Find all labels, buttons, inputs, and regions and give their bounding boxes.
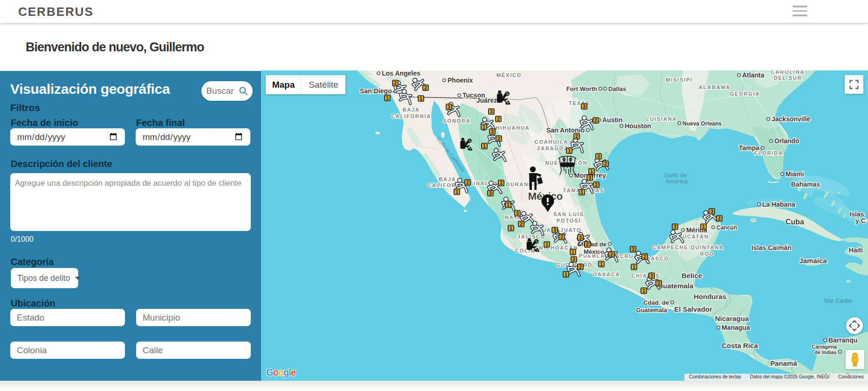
svg-text:COAHUILA D: COAHUILA D xyxy=(535,139,575,145)
svg-text:de Indias: de Indias xyxy=(814,349,837,355)
svg-text:2: 2 xyxy=(500,181,503,186)
svg-text:YUCATÁN: YUCATÁN xyxy=(678,234,709,239)
svg-text:MÉXICO: MÉXICO xyxy=(496,72,522,78)
svg-text:2: 2 xyxy=(610,252,613,257)
svg-text:Jamaica: Jamaica xyxy=(799,257,827,265)
svg-text:Cdad. de: Cdad. de xyxy=(643,299,669,306)
svg-text:Cartagena: Cartagena xyxy=(812,344,837,349)
svg-text:Nueva Orleans: Nueva Orleans xyxy=(682,120,722,127)
svg-text:ROO: ROO xyxy=(700,251,714,257)
svg-text:San Diego: San Diego xyxy=(360,87,392,95)
svg-text:3: 3 xyxy=(448,105,450,110)
svg-text:OAXACA: OAXACA xyxy=(593,272,620,277)
svg-text:Guatemala: Guatemala xyxy=(658,282,694,290)
svg-text:ALABAMA: ALABAMA xyxy=(699,84,730,90)
svg-text:JALISCO: JALISCO xyxy=(517,234,545,239)
svg-text:Austin: Austin xyxy=(602,116,623,124)
svg-text:1: 1 xyxy=(568,148,571,154)
svg-text:Mar Caribe: Mar Caribe xyxy=(824,298,852,304)
svg-text:América: América xyxy=(665,178,688,185)
svg-text:1: 1 xyxy=(642,288,645,293)
svg-text:3: 3 xyxy=(632,247,634,252)
svg-text:2: 2 xyxy=(594,118,597,123)
svg-text:2: 2 xyxy=(586,242,589,247)
svg-text:CHIAPAS: CHIAPAS xyxy=(631,273,660,279)
svg-text:2: 2 xyxy=(579,265,582,270)
svg-text:1: 1 xyxy=(386,96,389,101)
svg-text:BAJA: BAJA xyxy=(439,176,456,182)
svg-text:3: 3 xyxy=(583,104,586,109)
svg-text:BAJA: BAJA xyxy=(402,107,420,112)
svg-text:2: 2 xyxy=(595,182,598,188)
svg-text:SONORA: SONORA xyxy=(443,118,470,124)
svg-text:2: 2 xyxy=(718,216,721,221)
svg-text:2: 2 xyxy=(497,117,500,122)
svg-text:1: 1 xyxy=(572,250,574,255)
svg-text:Fort Worth: Fort Worth xyxy=(566,85,597,92)
svg-text:1: 1 xyxy=(702,224,705,230)
svg-text:GUANAJUATO: GUANAJUATO xyxy=(537,227,582,233)
svg-text:2: 2 xyxy=(575,134,578,139)
svg-text:Jacksonville: Jacksonville xyxy=(772,115,810,123)
svg-text:DURANGO: DURANGO xyxy=(506,182,538,187)
svg-text:1: 1 xyxy=(420,96,422,101)
svg-text:POTOSÍ: POTOSÍ xyxy=(557,218,581,223)
svg-text:MISISIPI: MISISIPI xyxy=(666,77,693,83)
svg-text:México: México xyxy=(584,248,604,255)
svg-text:1: 1 xyxy=(510,226,512,231)
svg-text:2: 2 xyxy=(497,136,500,141)
svg-text:CAROLINA: CAROLINA xyxy=(771,70,805,75)
svg-text:Atlanta: Atlanta xyxy=(742,71,765,79)
svg-text:2: 2 xyxy=(424,85,427,91)
svg-text:y C: y C xyxy=(855,217,866,224)
svg-text:DEL SUR: DEL SUR xyxy=(774,75,802,81)
svg-text:GEORGIA: GEORGIA xyxy=(730,91,760,97)
svg-text:1: 1 xyxy=(590,169,593,174)
svg-text:LUISIANA: LUISIANA xyxy=(646,116,677,122)
svg-text:Barranqu: Barranqu xyxy=(828,336,857,344)
svg-text:2: 2 xyxy=(657,281,660,286)
svg-text:3: 3 xyxy=(588,175,591,181)
svg-text:3: 3 xyxy=(579,235,582,240)
svg-text:1: 1 xyxy=(565,272,567,277)
svg-text:Panamá: Panamá xyxy=(770,359,797,367)
svg-text:Dallas: Dallas xyxy=(608,85,626,92)
svg-text:CAMPECHE: CAMPECHE xyxy=(652,244,688,250)
svg-text:Houston: Houston xyxy=(625,122,651,130)
svg-text:2: 2 xyxy=(604,161,607,167)
svg-text:1: 1 xyxy=(545,242,548,247)
svg-text:CALIFORNIA: CALIFORNIA xyxy=(391,113,431,119)
svg-text:Costa Rica: Costa Rica xyxy=(722,342,758,349)
svg-text:3: 3 xyxy=(490,109,493,114)
svg-text:Nicaragua: Nicaragua xyxy=(715,314,749,322)
svg-text:Islas Caimán: Islas Caimán xyxy=(751,244,792,251)
svg-text:Honduras: Honduras xyxy=(694,293,726,300)
svg-text:3: 3 xyxy=(650,273,653,279)
svg-text:Tampa: Tampa xyxy=(739,144,759,152)
svg-text:3: 3 xyxy=(674,224,676,230)
svg-text:3: 3 xyxy=(489,191,492,196)
svg-text:SAN LUIS: SAN LUIS xyxy=(553,211,584,217)
svg-text:2: 2 xyxy=(394,81,397,86)
svg-text:Cuba: Cuba xyxy=(785,218,804,226)
svg-text:Juárez: Juárez xyxy=(476,97,497,104)
svg-text:1: 1 xyxy=(600,262,603,267)
svg-text:2: 2 xyxy=(643,254,646,259)
svg-text:Guatemala: Guatemala xyxy=(636,307,668,314)
svg-text:1: 1 xyxy=(580,190,583,195)
svg-text:3: 3 xyxy=(516,211,519,216)
svg-text:1: 1 xyxy=(455,189,458,195)
svg-text:2: 2 xyxy=(520,222,523,227)
svg-text:Cancún: Cancún xyxy=(716,224,737,231)
svg-text:3: 3 xyxy=(597,154,600,159)
svg-text:El Salvador: El Salvador xyxy=(674,305,712,313)
svg-text:Managua: Managua xyxy=(722,324,750,331)
svg-text:1: 1 xyxy=(633,265,635,270)
svg-text:1: 1 xyxy=(482,125,485,130)
svg-text:QUINTANA: QUINTANA xyxy=(690,244,724,250)
svg-text:Miami: Miami xyxy=(785,170,804,178)
svg-text:2: 2 xyxy=(572,257,575,262)
svg-text:Orlando: Orlando xyxy=(774,137,799,145)
svg-text:1: 1 xyxy=(483,144,486,149)
svg-text:San Antonio: San Antonio xyxy=(546,126,585,134)
